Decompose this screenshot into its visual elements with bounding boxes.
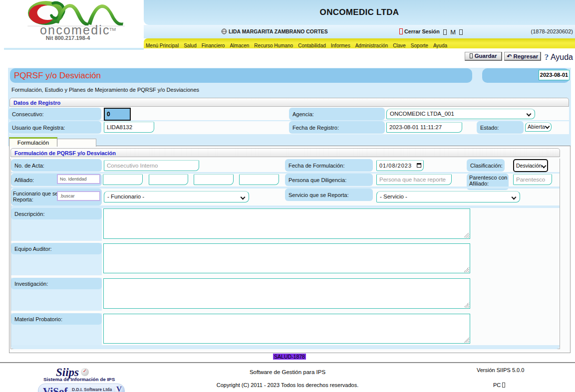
svg-text:TM: TM: [109, 27, 116, 32]
svg-text:Nit 800.217.198-4: Nit 800.217.198-4: [46, 35, 91, 41]
